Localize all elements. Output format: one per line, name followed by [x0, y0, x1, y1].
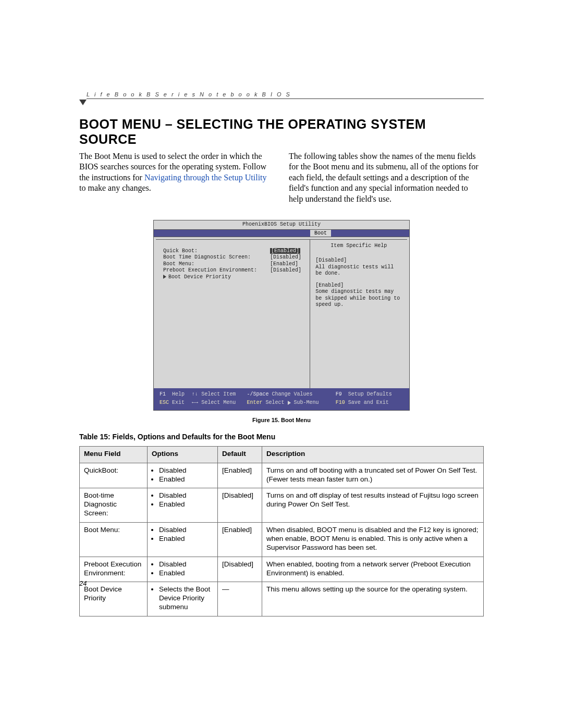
footer-select-item: Select Item [201, 391, 236, 397]
bios-item: Quick Boot: [Enabled] [163, 248, 305, 255]
bios-left-pane: Quick Boot: [Enabled] Boot Time Diagnost… [156, 239, 310, 388]
bios-tab-boot: Boot [310, 230, 331, 237]
bios-item: Boot Time Diagnostic Screen: [Disabled] [163, 254, 305, 261]
cell-default: [Disabled] [218, 488, 262, 523]
bios-item: Boot Menu: [Enabled] [163, 261, 305, 268]
footer-select-menu: Select Menu [201, 400, 236, 405]
key-f1: F1 [160, 391, 166, 397]
bios-screenshot: PhoenixBIOS Setup Utility Boot Quick Boo… [153, 220, 410, 411]
intro-text-b: to make any changes. [79, 183, 151, 192]
bios-help-line: [Disabled] [315, 257, 402, 264]
cell-options: DisabledEnabled [148, 557, 218, 582]
cell-menu-field: Preboot Execution Environment: [80, 557, 148, 582]
cell-default: — [218, 582, 262, 616]
key-leftright: ←→ [192, 400, 198, 405]
option-item: Selects the Boot Device Priority submenu [159, 585, 213, 612]
bios-help-pane: Item Specific Help [Disabled] All diagno… [310, 239, 407, 388]
cell-options: DisabledEnabled [148, 463, 218, 488]
footer-save-exit: Save and Exit [348, 400, 389, 405]
bios-item-value: [Disabled] [270, 267, 305, 274]
submenu-arrow-icon [288, 401, 291, 405]
bios-item-submenu: Boot Device Priority [163, 274, 305, 281]
bios-footer: F1 Help ↑↓ Select Item -/Space Change Va… [154, 388, 409, 410]
th-default: Default [218, 446, 262, 463]
option-item: Disabled [159, 466, 213, 475]
key-enter: Enter [247, 400, 262, 405]
bios-item-value: [Enabled] [270, 261, 305, 268]
cell-menu-field: Boot Device Priority [80, 582, 148, 616]
footer-setup-defaults: Setup Defaults [348, 391, 392, 397]
footer-submenu-word: Sub-Menu [294, 400, 319, 405]
option-item: Disabled [159, 526, 213, 535]
bios-item-value-selected: [Enabled] [270, 248, 300, 254]
option-item: Enabled [159, 569, 213, 578]
table-title: Table 15: Fields, Options and Defaults f… [79, 433, 484, 441]
table-row: Preboot Execution Environment:DisabledEn… [80, 557, 484, 582]
bios-item: Preboot Execution Environment: [Disabled… [163, 267, 305, 274]
th-description: Description [262, 446, 484, 463]
footer-select-sub: Select [266, 400, 285, 405]
figure-caption: Figure 15. Boot Menu [79, 417, 484, 423]
option-item: Enabled [159, 500, 213, 509]
bios-tabbar: Boot [154, 230, 409, 237]
cell-options: DisabledEnabled [148, 523, 218, 557]
cell-description: Turns on and off booting with a truncate… [262, 463, 484, 488]
option-item: Disabled [159, 491, 213, 500]
th-menu-field: Menu Field [80, 446, 148, 463]
intro-col-left: The Boot Menu is used to select the orde… [79, 151, 274, 204]
key-updown: ↑↓ [192, 391, 198, 397]
option-item: Enabled [159, 535, 213, 544]
page-number: 24 [79, 579, 87, 587]
key-minus-space: -/Space [247, 391, 268, 397]
bios-help-title: Item Specific Help [315, 243, 402, 250]
table-row: Boot Menu:DisabledEnabled[Enabled]When d… [80, 523, 484, 557]
bios-help-line: All diagnostic tests will be done. [315, 264, 402, 277]
submenu-arrow-icon [163, 275, 166, 279]
cell-default: [Enabled] [218, 523, 262, 557]
section-title: BOOT MENU – SELECTING THE OPERATING SYST… [79, 117, 484, 147]
bios-utility-title: PhoenixBIOS Setup Utility [154, 220, 409, 230]
table-row: Boot Device PrioritySelects the Boot Dev… [80, 582, 484, 616]
options-table: Menu Field Options Default Description Q… [79, 446, 484, 616]
cell-description: When disabled, BOOT menu is disabled and… [262, 523, 484, 557]
key-esc: ESC [160, 400, 169, 405]
bios-item-value: [Disabled] [270, 254, 305, 261]
bios-help-line: Some diagnostic tests may be skipped whi… [315, 289, 402, 309]
intro-col-right: The following tables show the names of t… [289, 151, 484, 204]
table-row: Boot-time Diagnostic Screen:DisabledEnab… [80, 488, 484, 523]
option-item: Disabled [159, 560, 213, 569]
bios-item-label: Boot Device Priority [168, 274, 231, 280]
cell-menu-field: Boot Menu: [80, 523, 148, 557]
running-head: L i f e B o o k B S e r i e s N o t e b … [87, 91, 484, 99]
th-options: Options [148, 446, 218, 463]
cell-menu-field: Boot-time Diagnostic Screen: [80, 488, 148, 523]
bios-item-label: Boot Menu: [163, 261, 270, 268]
key-f10: F10 [336, 400, 345, 405]
key-f9: F9 [336, 391, 342, 397]
cell-options: DisabledEnabled [148, 488, 218, 523]
footer-exit: Exit [172, 400, 185, 405]
cell-menu-field: QuickBoot: [80, 463, 148, 488]
cell-options: Selects the Boot Device Priority submenu [148, 582, 218, 616]
bios-item-label: Preboot Execution Environment: [163, 267, 270, 274]
bios-item-label: Quick Boot: [163, 248, 270, 255]
footer-change-values: Change Values [272, 391, 313, 397]
cell-default: [Disabled] [218, 557, 262, 582]
option-item: Enabled [159, 475, 213, 484]
cell-description: When enabled, booting from a network ser… [262, 557, 484, 582]
footer-help: Help [172, 391, 185, 397]
bios-help-line: [Enabled] [315, 282, 402, 289]
cell-description: This menu allows setting up the source f… [262, 582, 484, 616]
nav-setup-link[interactable]: Navigating through the Setup Utility [144, 173, 267, 182]
bios-item-label: Boot Time Diagnostic Screen: [163, 254, 270, 261]
cell-description: Turns on and off display of test results… [262, 488, 484, 523]
cell-default: [Enabled] [218, 463, 262, 488]
table-row: QuickBoot:DisabledEnabled[Enabled]Turns … [80, 463, 484, 488]
